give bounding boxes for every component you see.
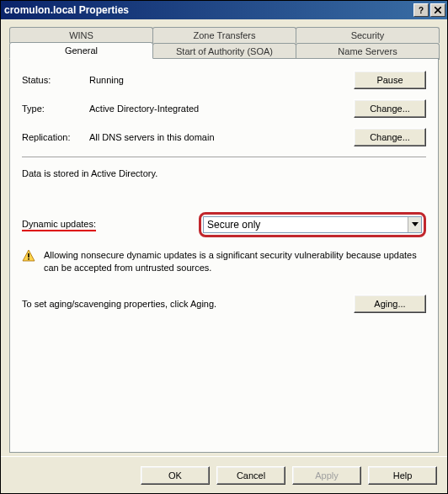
storage-text: Data is stored in Active Directory.: [22, 168, 426, 178]
tab-security[interactable]: Security: [296, 27, 440, 43]
cancel-button[interactable]: Cancel: [216, 466, 285, 485]
warning-icon: [22, 249, 35, 263]
ok-button[interactable]: OK: [141, 466, 210, 485]
svg-rect-1: [28, 258, 29, 260]
type-value: Active Directory-Integrated: [89, 104, 354, 114]
tabs-row-front: General Start of Authority (SOA) Name Se…: [9, 42, 439, 59]
tab-zone-transfers[interactable]: Zone Transfers: [152, 27, 296, 43]
aging-row: To set aging/scavenging properties, clic…: [22, 295, 426, 313]
type-row: Type: Active Directory-Integrated Change…: [22, 99, 426, 118]
type-label: Type:: [22, 104, 89, 114]
help-button[interactable]: ?: [413, 3, 429, 17]
dynamic-updates-row: Dynamic updates: Secure only: [22, 212, 426, 237]
content-area: WINS Zone Transfers Security General Sta…: [1, 19, 447, 456]
svg-rect-0: [28, 253, 29, 258]
chevron-down-icon: [412, 222, 419, 227]
change-type-button[interactable]: Change...: [354, 99, 426, 118]
close-button[interactable]: [430, 3, 445, 17]
change-replication-button[interactable]: Change...: [354, 128, 426, 146]
properties-dialog: cromulon.local Properties ? WINS Zone Tr…: [0, 0, 448, 494]
status-label: Status:: [22, 75, 89, 85]
tab-panel-general: Status: Running Pause Type: Active Direc…: [9, 58, 439, 453]
titlebar: cromulon.local Properties ?: [1, 1, 447, 19]
separator: [22, 157, 426, 158]
tabs-row-back: WINS Zone Transfers Security: [9, 26, 439, 42]
help-footer-button[interactable]: Help: [368, 466, 437, 485]
status-value: Running: [89, 75, 354, 85]
titlebar-buttons: ?: [413, 3, 445, 17]
replication-row: Replication: All DNS servers in this dom…: [22, 128, 426, 146]
warning-row: Allowing nonsecure dynamic updates is a …: [22, 249, 426, 274]
window-title: cromulon.local Properties: [4, 4, 413, 16]
dynamic-updates-highlight: Secure only: [199, 212, 426, 237]
status-row: Status: Running Pause: [22, 71, 426, 89]
pause-button[interactable]: Pause: [354, 71, 426, 89]
dynamic-updates-label: Dynamic updates:: [22, 219, 199, 231]
close-icon: [435, 7, 441, 13]
dynamic-updates-value: Secure only: [204, 219, 408, 231]
dynamic-updates-dropdown[interactable]: Secure only: [203, 216, 422, 233]
tab-general[interactable]: General: [9, 42, 153, 59]
tab-wins[interactable]: WINS: [9, 27, 153, 43]
warning-text: Allowing nonsecure dynamic updates is a …: [44, 249, 426, 274]
dynamic-updates-label-text: Dynamic updates:: [22, 219, 96, 231]
dropdown-toggle[interactable]: [408, 217, 421, 232]
tab-soa[interactable]: Start of Authority (SOA): [152, 43, 296, 60]
aging-text: To set aging/scavenging properties, clic…: [22, 299, 354, 309]
dialog-footer: OK Cancel Apply Help: [1, 456, 447, 493]
tab-name-servers[interactable]: Name Servers: [296, 43, 440, 60]
replication-label: Replication:: [22, 132, 89, 142]
apply-button[interactable]: Apply: [292, 466, 361, 485]
replication-value: All DNS servers in this domain: [89, 132, 354, 142]
aging-button[interactable]: Aging...: [354, 295, 426, 313]
